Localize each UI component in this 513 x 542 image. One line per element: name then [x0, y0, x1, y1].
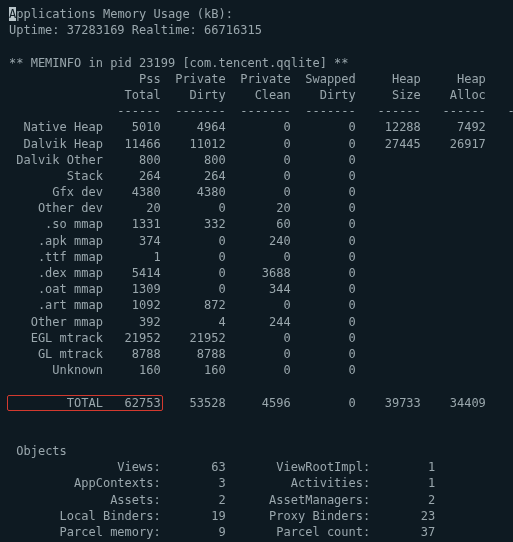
objects-row: Local Binders: 19 Proxy Binders: 23 — [9, 509, 435, 523]
table-row: Other mmap 392 4 244 0 — [9, 315, 513, 329]
table-row: Unknown 160 160 0 0 — [9, 363, 513, 377]
header-rule: ------ ------- ------- ------- ------ --… — [9, 104, 513, 118]
uptime-line: Uptime: 37283169 Realtime: 66716315 — [9, 23, 262, 37]
objects-rows: Views: 63 ViewRootImpl: 1 AppContexts: 3… — [9, 459, 504, 542]
meminfo-banner: ** MEMINFO in pid 23199 [com.tencent.qql… — [9, 56, 349, 70]
objects-row: Assets: 2 AssetManagers: 2 — [9, 493, 435, 507]
table-row: Native Heap 5010 4964 0 0 12288 7492 479… — [9, 120, 513, 134]
table-row: .oat mmap 1309 0 344 0 — [9, 282, 513, 296]
table-row: Gfx dev 4380 4380 0 0 — [9, 185, 513, 199]
header-row-1: Pss Private Private Swapped Heap Heap He… — [9, 72, 513, 86]
table-row: EGL mtrack 21952 21952 0 0 — [9, 331, 513, 345]
table-row: .apk mmap 374 0 240 0 — [9, 234, 513, 248]
objects-heading: Objects — [16, 444, 67, 458]
table-row: .dex mmap 5414 0 3688 0 — [9, 266, 513, 280]
total-highlight: TOTAL 62753 — [7, 395, 163, 411]
title-line: Applications Memory Usage (kB): — [9, 7, 233, 21]
objects-row: AppContexts: 3 Activities: 1 — [9, 476, 435, 490]
objects-row: Views: 63 ViewRootImpl: 1 — [9, 460, 435, 474]
objects-row: Parcel memory: 9 Parcel count: 37 — [9, 525, 435, 539]
header-row-2: Total Dirty Clean Dirty Size Alloc Free — [9, 88, 513, 102]
table-row: .art mmap 1092 872 0 0 — [9, 298, 513, 312]
total-rest: 53528 4596 0 39733 34409 5323 — [161, 396, 513, 410]
table-row: .so mmap 1331 332 60 0 — [9, 217, 513, 231]
meminfo-total-row: TOTAL 62753 53528 4596 0 39733 34409 532… — [9, 395, 504, 411]
table-row: Dalvik Other 800 800 0 0 — [9, 153, 513, 167]
table-row: Stack 264 264 0 0 — [9, 169, 513, 183]
table-row: Other dev 20 0 20 0 — [9, 201, 513, 215]
table-row: .ttf mmap 1 0 0 0 — [9, 250, 513, 264]
terminal-screen[interactable]: Applications Memory Usage (kB): Uptime: … — [0, 0, 513, 542]
table-row: Dalvik Heap 11466 11012 0 0 27445 26917 … — [9, 137, 513, 151]
meminfo-rows: Native Heap 5010 4964 0 0 12288 7492 479… — [9, 119, 504, 378]
table-row: GL mtrack 8788 8788 0 0 — [9, 347, 513, 361]
